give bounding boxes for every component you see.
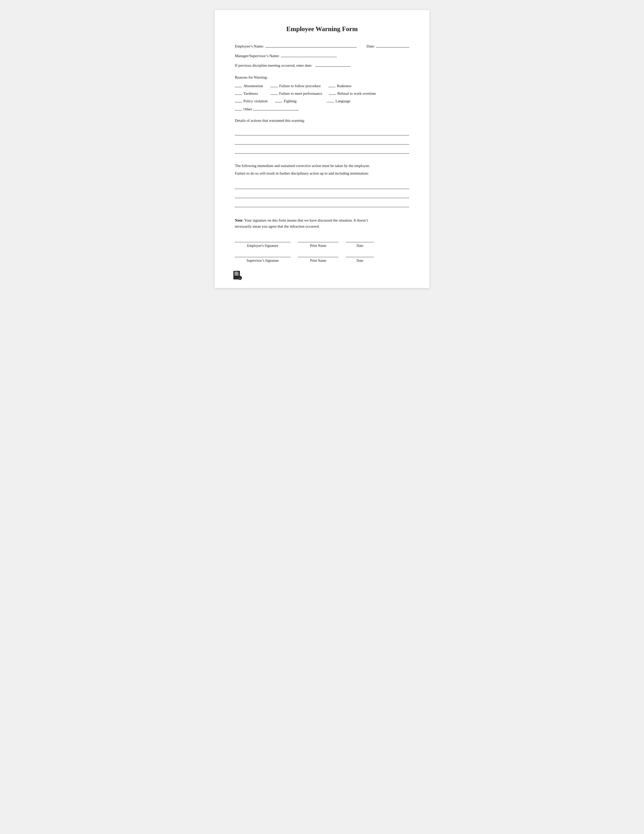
supervisor-sig-line[interactable]: [235, 257, 291, 257]
checkbox-failure-follow[interactable]: Failure to follow procedure: [271, 83, 321, 88]
date-line[interactable]: [376, 43, 409, 47]
refusal-overtime-label: Refusal to work overtime: [337, 92, 376, 96]
employee-name-date-row: Employee’s Name: Date:: [235, 43, 409, 48]
note-bold: Note: [235, 218, 242, 222]
fighting-label: Fighting: [284, 99, 297, 103]
policy-violation-blank: [235, 98, 242, 102]
supervisor-date-label: Date: [357, 259, 363, 263]
detail-line-1[interactable]: [235, 128, 409, 136]
failure-meet-blank: [271, 91, 278, 95]
other-row: Other: [235, 106, 409, 112]
employee-print-name-label: Print Name: [310, 244, 326, 248]
failure-follow-label: Failure to follow procedure: [279, 84, 321, 88]
supervisor-print-name-item: Print Name: [298, 257, 339, 263]
corrective-text-1: The following immediate and sustained co…: [235, 163, 409, 169]
date-field: Date:: [367, 43, 409, 48]
previous-discipline-line[interactable]: [315, 62, 350, 67]
other-blank: [235, 107, 242, 110]
note-paragraph-2: necessarily mean you agree that the infr…: [235, 223, 409, 230]
corrective-section: The following immediate and sustained co…: [235, 163, 409, 207]
failure-meet-label: Failure to meet performance: [279, 92, 322, 96]
details-label: Details of actions that warranted this w…: [235, 118, 409, 123]
checkbox-tardiness[interactable]: Tardiness: [235, 91, 258, 96]
employee-signature-item: Employee’s Signature: [235, 242, 291, 248]
checkbox-policy-violation[interactable]: Policy violation: [235, 98, 268, 103]
note-text: : Your signature on this form means that…: [242, 218, 368, 222]
previous-discipline-row: If previous discipline meeting occurred,…: [235, 62, 409, 68]
signature-section: Employee’s Signature Print Name Date Sup…: [235, 242, 409, 263]
checkbox-row-2: Tardiness Failure to meet performance Re…: [235, 91, 409, 96]
checkbox-other[interactable]: Other: [235, 106, 299, 112]
svg-rect-3: [234, 274, 239, 275]
corrective-line-3[interactable]: [235, 200, 409, 207]
corrective-lines: [235, 181, 409, 207]
corrective-line-2[interactable]: [235, 191, 409, 198]
checkbox-row-1: Absenteeism Failure to follow procedure …: [235, 83, 409, 88]
svg-text:e: e: [239, 277, 240, 280]
rudeness-blank: [328, 83, 336, 87]
details-lines: [235, 128, 409, 154]
supervisor-sig-label: Supervisor’s Signature: [247, 259, 279, 263]
supervisor-print-name-label: Print Name: [310, 259, 326, 263]
employee-name-line[interactable]: [265, 43, 357, 47]
manager-name-line[interactable]: [281, 53, 337, 57]
watermark-icon: e: [232, 270, 242, 280]
employee-name-label: Employee’s Name:: [235, 44, 264, 48]
tardiness-label: Tardiness: [244, 92, 258, 96]
language-blank: [327, 98, 334, 102]
note-section: Note: Your signature on this form means …: [235, 217, 409, 230]
absenteeism-label: Absenteeism: [244, 84, 263, 88]
employee-sig-label: Employee’s Signature: [247, 244, 278, 248]
form-page: Employee Warning Form Employee’s Name: D…: [215, 10, 429, 288]
checkbox-failure-meet[interactable]: Failure to meet performance: [271, 91, 322, 96]
other-label: Other: [244, 107, 252, 112]
failure-follow-blank: [271, 83, 278, 87]
employee-date-label: Date: [357, 244, 363, 248]
policy-violation-label: Policy violation: [244, 99, 268, 103]
checkbox-language[interactable]: Language: [327, 98, 350, 103]
corrective-text-2: Failure to do so will result in further …: [235, 170, 409, 176]
absenteeism-blank: [235, 83, 242, 87]
reasons-label: Reasons for Warning:: [235, 75, 409, 79]
employee-sig-row: Employee’s Signature Print Name Date: [235, 242, 409, 248]
date-label: Date:: [367, 44, 375, 48]
corrective-line-1[interactable]: [235, 181, 409, 189]
checkbox-refusal-overtime[interactable]: Refusal to work overtime: [329, 91, 376, 96]
employee-print-name-item: Print Name: [298, 242, 339, 248]
details-section: Details of actions that warranted this w…: [235, 118, 409, 154]
language-label: Language: [336, 99, 350, 103]
manager-name-row: Manager/Supervisor’s Name:: [235, 53, 409, 58]
refusal-overtime-blank: [329, 91, 336, 95]
supervisor-signature-item: Supervisor’s Signature: [235, 257, 291, 263]
supervisor-sig-row: Supervisor’s Signature Print Name Date: [235, 257, 409, 263]
svg-rect-1: [234, 272, 238, 272]
checkbox-rudeness[interactable]: Rudeness: [328, 83, 352, 88]
supervisor-print-name-line[interactable]: [298, 257, 339, 257]
employee-date-item: Date: [346, 242, 374, 248]
svg-rect-2: [234, 273, 239, 273]
checkbox-fighting[interactable]: Fighting: [275, 98, 297, 103]
checkbox-absenteeism[interactable]: Absenteeism: [235, 83, 263, 88]
fighting-blank: [275, 98, 282, 102]
form-title: Employee Warning Form: [235, 25, 409, 33]
previous-discipline-label: If previous discipline meeting occurred,…: [235, 63, 312, 68]
checkbox-grid: Absenteeism Failure to follow procedure …: [235, 83, 409, 112]
rudeness-label: Rudeness: [337, 84, 352, 88]
supervisor-date-item: Date: [346, 257, 374, 263]
other-line[interactable]: [253, 106, 299, 110]
tardiness-blank: [235, 91, 242, 95]
detail-line-3[interactable]: [235, 146, 409, 154]
supervisor-date-line[interactable]: [346, 257, 374, 257]
note-paragraph-1: Note: Your signature on this form means …: [235, 217, 409, 223]
employee-name-field: Employee’s Name:: [235, 43, 357, 48]
svg-rect-4: [234, 275, 239, 275]
detail-line-2[interactable]: [235, 137, 409, 144]
manager-name-label: Manager/Supervisor’s Name:: [235, 54, 279, 58]
checkbox-row-3: Policy violation Fighting Language: [235, 98, 409, 103]
